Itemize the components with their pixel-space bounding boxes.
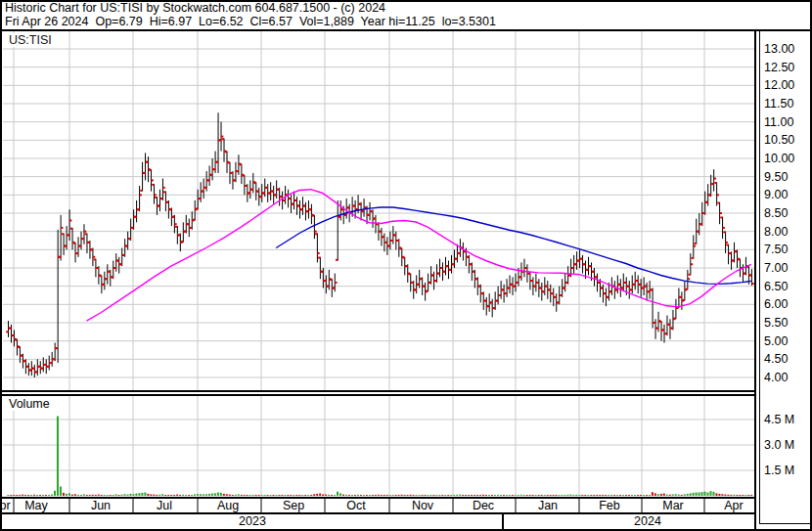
month-label: Jan bbox=[538, 499, 558, 512]
volume-bar bbox=[10, 495, 12, 496]
open-tick bbox=[62, 233, 64, 235]
open-tick bbox=[636, 280, 638, 282]
close-tick bbox=[723, 227, 725, 229]
close-tick bbox=[688, 278, 690, 280]
open-tick bbox=[111, 276, 113, 278]
volume-bar bbox=[337, 492, 338, 496]
open-tick bbox=[149, 169, 151, 171]
open-tick bbox=[231, 172, 233, 174]
open-tick bbox=[178, 234, 180, 236]
volume-bar bbox=[547, 495, 549, 496]
open-tick bbox=[720, 216, 722, 218]
open-tick bbox=[6, 331, 8, 332]
month-label: Sep bbox=[283, 499, 304, 512]
axis-column-border bbox=[759, 30, 760, 523]
open-tick bbox=[79, 245, 81, 247]
price-tick-label: 10.50 bbox=[764, 133, 794, 147]
open-tick bbox=[423, 286, 425, 288]
open-tick bbox=[645, 286, 647, 288]
volume-bar bbox=[39, 495, 41, 496]
volume-bar bbox=[649, 495, 651, 496]
volume-bar bbox=[366, 495, 368, 496]
volume-bar bbox=[375, 495, 377, 496]
price-volume-chart bbox=[0, 0, 812, 531]
volume-bar bbox=[270, 495, 272, 496]
volume-bar bbox=[244, 495, 246, 496]
open-tick bbox=[85, 233, 87, 235]
volume-bar bbox=[701, 492, 703, 496]
volume-bar bbox=[63, 493, 65, 496]
close-tick bbox=[317, 252, 319, 254]
open-tick bbox=[128, 238, 130, 240]
open-tick bbox=[199, 198, 201, 199]
volume-bar bbox=[509, 495, 511, 496]
close-tick bbox=[152, 179, 154, 181]
open-tick bbox=[394, 234, 396, 236]
open-tick bbox=[15, 339, 17, 341]
open-tick bbox=[493, 307, 495, 309]
volume-bar bbox=[33, 495, 35, 496]
open-tick bbox=[437, 273, 439, 275]
open-tick bbox=[481, 292, 483, 294]
volume-bar bbox=[188, 495, 190, 496]
volume-bar bbox=[709, 491, 711, 496]
open-tick bbox=[580, 258, 582, 260]
volume-bar bbox=[113, 495, 114, 496]
open-tick bbox=[333, 288, 335, 289]
volume-bar bbox=[742, 495, 744, 496]
volume-bar bbox=[410, 495, 412, 496]
volume-bar bbox=[712, 492, 714, 496]
open-tick bbox=[225, 151, 227, 153]
volume-bar bbox=[690, 493, 692, 496]
open-tick bbox=[714, 182, 716, 184]
volume-bar bbox=[395, 495, 397, 496]
open-tick bbox=[692, 257, 694, 259]
open-tick bbox=[574, 263, 576, 265]
volume-bar bbox=[275, 495, 277, 496]
open-tick bbox=[683, 299, 685, 301]
volume-bar bbox=[170, 495, 172, 496]
open-tick bbox=[517, 282, 519, 284]
open-tick bbox=[426, 290, 428, 292]
open-tick bbox=[259, 196, 261, 198]
open-tick bbox=[327, 286, 329, 288]
open-tick bbox=[598, 282, 600, 284]
open-tick bbox=[397, 240, 399, 242]
volume-bar bbox=[66, 494, 68, 496]
open-tick bbox=[140, 190, 142, 192]
volume-bar bbox=[643, 495, 645, 496]
volume-bar bbox=[30, 495, 32, 496]
open-tick bbox=[417, 284, 419, 286]
volume-bar bbox=[678, 495, 680, 496]
volume-bar bbox=[68, 493, 70, 496]
volume-bar bbox=[267, 495, 269, 496]
volume-bar bbox=[354, 495, 356, 496]
open-tick bbox=[449, 269, 451, 271]
open-tick bbox=[219, 139, 221, 141]
open-tick bbox=[674, 318, 676, 320]
open-tick bbox=[589, 265, 591, 267]
open-tick bbox=[505, 292, 507, 294]
month-label: Apr bbox=[724, 499, 743, 512]
open-tick bbox=[519, 276, 521, 278]
open-tick bbox=[18, 346, 20, 348]
close-tick bbox=[221, 136, 223, 138]
price-tick-label: 10.00 bbox=[764, 152, 794, 165]
volume-bar bbox=[92, 495, 94, 496]
open-tick bbox=[216, 161, 218, 163]
month-label: Apr bbox=[2, 499, 11, 512]
open-tick bbox=[187, 223, 189, 225]
volume-bar bbox=[13, 495, 15, 496]
volume-bar bbox=[173, 495, 175, 496]
month-label: Dec bbox=[473, 499, 494, 512]
volume-bar bbox=[115, 494, 117, 496]
volume-bar bbox=[144, 493, 146, 496]
volume-bar bbox=[532, 495, 534, 496]
open-tick bbox=[440, 267, 442, 269]
open-tick bbox=[97, 267, 99, 269]
open-tick bbox=[91, 248, 93, 250]
open-tick bbox=[256, 191, 258, 193]
volume-bar bbox=[164, 495, 166, 496]
volume-bar bbox=[441, 495, 443, 496]
open-tick bbox=[697, 231, 699, 233]
